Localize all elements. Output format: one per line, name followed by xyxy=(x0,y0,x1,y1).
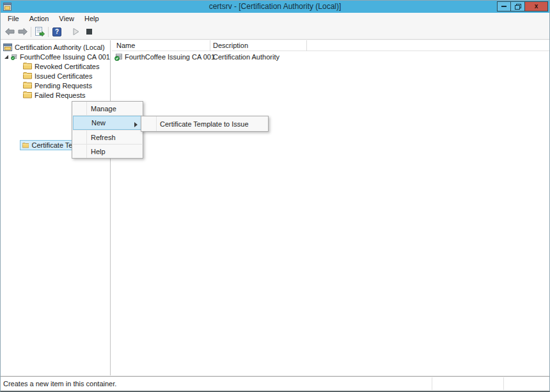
help-button[interactable]: ? xyxy=(51,26,63,38)
forward-arrow-icon xyxy=(18,28,28,35)
content-area: Certification Authority (Local) FourthCo… xyxy=(1,40,549,375)
tree-item-label: Pending Requests xyxy=(35,82,92,90)
restore-button[interactable] xyxy=(511,1,525,12)
ca-server-icon xyxy=(11,53,17,61)
folder-icon xyxy=(22,142,29,149)
context-menu-item-manage[interactable]: Manage xyxy=(72,102,143,115)
folder-icon xyxy=(23,82,32,89)
toolbar: ? xyxy=(1,24,549,40)
list-cell-description: Certification Authority xyxy=(213,53,279,61)
back-arrow-icon xyxy=(5,28,15,35)
folder-icon xyxy=(23,91,32,98)
menu-action[interactable]: Action xyxy=(24,13,54,24)
back-button[interactable] xyxy=(3,26,16,38)
column-divider[interactable] xyxy=(210,40,210,51)
tree-item-revoked-certificates[interactable]: Revoked Certificates xyxy=(1,61,110,71)
context-menu: Manage New Refresh Help xyxy=(72,101,143,159)
export-list-icon xyxy=(35,27,45,37)
tree-item-fourthcoffee-ca[interactable]: FourthCoffee Issuing CA 001 xyxy=(1,52,110,61)
window-title: certsrv - [Certification Authority (Loca… xyxy=(1,2,549,11)
submenu-arrow-icon xyxy=(134,121,138,129)
tree-item-label: Issued Certificates xyxy=(35,72,92,80)
column-header-description[interactable]: Description xyxy=(213,42,248,49)
context-menu-item-label: New xyxy=(91,119,106,127)
tree-item-pending-requests[interactable]: Pending Requests xyxy=(1,81,110,90)
tree-item-label: FourthCoffee Issuing CA 001 xyxy=(20,53,110,61)
new-submenu: Certificate Template to Issue xyxy=(141,116,269,132)
statusbar-divider xyxy=(503,377,504,390)
submenu-gutter xyxy=(156,116,157,131)
menu-file[interactable]: File xyxy=(3,13,24,24)
show-hide-console-tree-button[interactable] xyxy=(33,26,46,38)
statusbar: Creates a new item in this container. xyxy=(1,376,549,391)
column-header-name[interactable]: Name xyxy=(116,42,135,49)
column-divider[interactable] xyxy=(306,40,307,51)
tree-item-failed-requests[interactable]: Failed Requests xyxy=(1,90,110,100)
ca-server-icon xyxy=(114,53,123,61)
tree-item-label: Revoked Certificates xyxy=(35,63,100,70)
tree-item-issued-certificates[interactable]: Issued Certificates xyxy=(1,71,110,81)
status-text: Creates a new item in this container. xyxy=(3,380,116,388)
folder-icon xyxy=(23,63,32,70)
stop-icon xyxy=(86,29,92,35)
titlebar: certsrv - [Certification Authority (Loca… xyxy=(1,1,549,13)
menu-help[interactable]: Help xyxy=(79,13,104,24)
menu-view[interactable]: View xyxy=(54,13,79,24)
console-tree-pane: Certification Authority (Local) FourthCo… xyxy=(1,40,110,375)
minimize-button[interactable] xyxy=(497,1,511,12)
context-menu-item-help[interactable]: Help xyxy=(72,145,143,158)
certsrv-window: certsrv - [Certification Authority (Loca… xyxy=(0,0,550,392)
collapse-triangle-icon[interactable] xyxy=(4,54,9,59)
tree-item-certification-authority-root[interactable]: Certification Authority (Local) xyxy=(1,42,110,52)
start-service-button[interactable] xyxy=(70,26,82,38)
play-icon xyxy=(73,28,79,35)
context-menu-item-refresh[interactable]: Refresh xyxy=(72,130,143,144)
toolbar-separator xyxy=(48,27,49,37)
restore-icon xyxy=(515,4,521,10)
statusbar-divider xyxy=(432,377,432,390)
list-cell-name: FourthCoffee Issuing CA 001 xyxy=(125,53,215,61)
help-icon: ? xyxy=(52,27,61,36)
tree-item-label: Certification Authority (Local) xyxy=(15,43,105,51)
menubar: File Action View Help xyxy=(1,13,549,24)
stop-service-button[interactable] xyxy=(82,26,95,38)
close-button[interactable]: x xyxy=(525,1,548,12)
toolbar-separator xyxy=(31,27,31,37)
list-row-fourthcoffee-ca[interactable]: FourthCoffee Issuing CA 001 Certificatio… xyxy=(112,52,549,62)
submenu-item-certificate-template-to-issue[interactable]: Certificate Template to Issue xyxy=(141,116,268,131)
forward-button[interactable] xyxy=(16,26,29,38)
context-menu-item-new[interactable]: New xyxy=(73,116,142,130)
minimize-icon xyxy=(501,6,507,7)
console-root-icon xyxy=(3,43,12,51)
tree-item-label: Failed Requests xyxy=(35,91,86,99)
list-header: Name Description xyxy=(112,40,549,51)
folder-icon xyxy=(23,72,32,79)
results-list-pane: Name Description FourthCoffee Issuing CA… xyxy=(112,40,549,375)
